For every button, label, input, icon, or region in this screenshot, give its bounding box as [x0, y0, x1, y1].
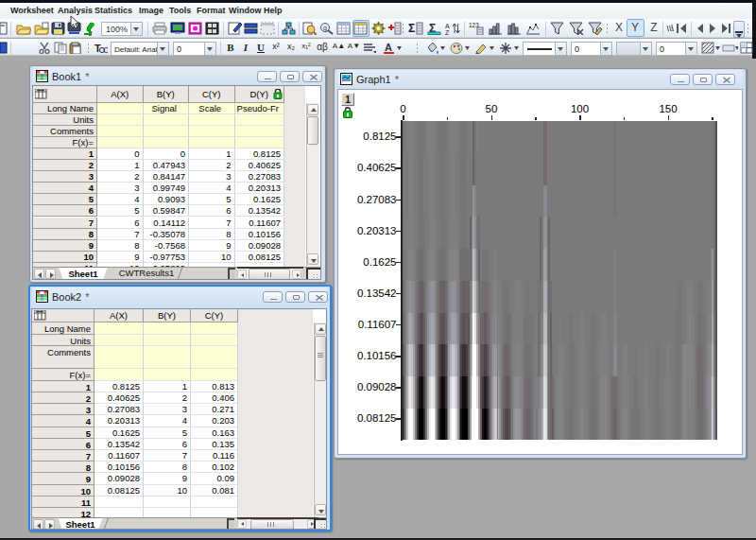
svg-text:Z: Z — [445, 29, 450, 35]
svg-text:Σ: Σ — [408, 22, 415, 35]
svg-text:A: A — [445, 23, 450, 29]
svg-text:q: q — [323, 25, 327, 32]
svg-text:A: A — [385, 42, 392, 53]
